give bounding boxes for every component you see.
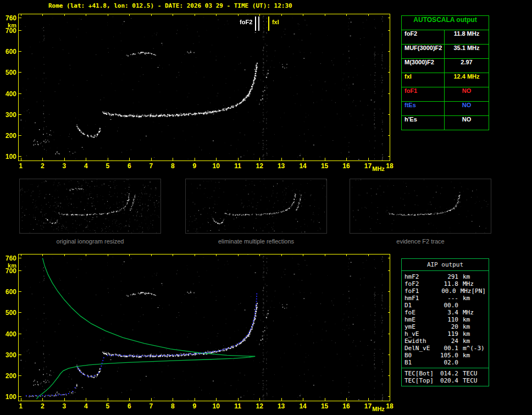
- aip-val: 119: [439, 330, 458, 337]
- autoscala-param-value: 2.97: [445, 59, 489, 73]
- thumbnail-eliminate-reflections: [185, 179, 327, 234]
- autoscala-row-m3000f2: M(3000)F22.97: [402, 58, 489, 73]
- thumbnail-evidence-f2: [350, 179, 491, 234]
- aip-row-hve: h_vE119km: [404, 330, 486, 337]
- autoscala-window: Rome (lat: +41.8, lon: 012.5) - DATE: 20…: [0, 0, 532, 415]
- autoscala-row-fof2: foF211.8 MHz: [402, 30, 489, 44]
- aip-unit: TECU: [458, 377, 478, 384]
- x-axis-tick-label: 8: [167, 162, 179, 170]
- aip-val: 020.4: [439, 377, 458, 384]
- x-axis-tick-label: 1: [15, 402, 27, 410]
- aip-label: ymE: [404, 323, 439, 330]
- y-axis-tick-label: 200: [2, 372, 16, 380]
- aip-row-hmf1: hmF1---km: [404, 295, 486, 302]
- aip-val: 014.2: [439, 370, 458, 377]
- aip-unit: km: [458, 273, 470, 280]
- aip-label: TEC[Bot]: [404, 370, 439, 377]
- autoscala-row-muf3000f2: MUF(3000)F235.1 MHz: [402, 44, 489, 58]
- aip-row-fof2: foF211.8MHz: [404, 280, 486, 287]
- x-axis-tick-label: 14: [297, 402, 309, 410]
- aip-extra: [PN]: [472, 287, 486, 295]
- x-axis-tick-label: 9: [189, 402, 201, 410]
- y-axis-tick-label: 400: [2, 330, 16, 338]
- autoscala-param-label: foF2: [402, 30, 445, 44]
- y-axis-tick-label: 300: [2, 111, 16, 119]
- aip-val: 02.0: [439, 359, 458, 366]
- aip-unit: km: [458, 295, 470, 302]
- y-axis-tick-label: 400: [2, 90, 16, 98]
- thumbnail-caption-original: original ionogram resized: [19, 238, 161, 245]
- autoscala-param-label: foF1: [402, 87, 445, 101]
- autoscala-row-fof1: foF1NO: [402, 87, 489, 101]
- aip-unit: km: [458, 323, 470, 330]
- y-axis-tick-label: 200: [2, 132, 16, 140]
- x-axis-tick-label: 15: [319, 162, 331, 170]
- aip-val: 20: [439, 323, 458, 330]
- y-axis-tick-label: 500: [2, 309, 16, 317]
- aip-unit: [458, 359, 463, 366]
- aip-val: 11.8: [439, 280, 458, 287]
- x-axis-unit-label: MHz: [372, 406, 384, 412]
- aip-val: 24: [439, 337, 458, 345]
- thumbnail-caption-eliminate: eliminate multiple reflections: [185, 238, 327, 245]
- autoscala-param-label: M(3000)F2: [402, 59, 445, 73]
- aip-val: 00.0: [439, 302, 458, 309]
- aip-unit: MHz: [458, 280, 474, 287]
- restored-ionogram-plot: [18, 254, 390, 401]
- aip-val: ---: [439, 295, 458, 302]
- thumbnail-original-ionogram: [19, 179, 161, 234]
- aip-unit: km: [458, 330, 470, 337]
- aip-label: TEC[Top]: [404, 377, 439, 384]
- station-date-title: Rome (lat: +41.8, lon: 012.5) - DATE: 20…: [48, 2, 292, 9]
- aip-row-delnve: DelN_vE00.1m^(-3): [404, 345, 486, 352]
- aip-unit: MHz: [458, 309, 474, 316]
- autoscala-param-value: 11.8 MHz: [445, 30, 489, 44]
- x-axis-tick-label: 11: [232, 402, 244, 410]
- x-axis-tick-label: 9: [189, 162, 201, 170]
- aip-val: 3.4: [439, 309, 458, 316]
- thumbnail-eliminate-canvas: [186, 179, 326, 233]
- y-axis-tick-label: 760: [2, 14, 16, 22]
- thumbnail-caption-evidence: evidence F2 trace: [350, 238, 491, 245]
- x-axis-tick-label: 11: [232, 162, 244, 170]
- x-axis-tick-label: 6: [123, 402, 135, 410]
- aip-row-d1: D100.0: [404, 302, 486, 309]
- y-axis-tick-label: 600: [2, 288, 16, 296]
- x-axis-tick-label: 18: [384, 402, 396, 410]
- marker-label-fof2: foF2: [240, 19, 252, 25]
- x-axis-tick-label: 13: [275, 162, 287, 170]
- aip-unit: km: [458, 337, 470, 345]
- aip-unit: [458, 302, 463, 309]
- x-axis-tick-label: 2: [36, 162, 48, 170]
- aip-row-hmf2: hmF2291km: [404, 273, 486, 280]
- x-axis-tick-label: 8: [167, 402, 179, 410]
- x-axis-tick-label: 7: [145, 402, 157, 410]
- aip-table-rows: hmF2291kmfoF211.8MHzfoF100.0MHz[PN]hmF1-…: [402, 271, 489, 368]
- autoscala-table-title: AUTOSCALA output: [402, 16, 489, 30]
- x-axis-tick-label: 4: [80, 162, 92, 170]
- aip-label: hmF2: [404, 273, 439, 280]
- x-axis-tick-label: 5: [102, 402, 114, 410]
- x-axis-tick-label: 15: [319, 402, 331, 410]
- autoscala-param-value: NO: [445, 87, 489, 101]
- aip-label: foF2: [404, 280, 439, 287]
- aip-row-yme: ymE20km: [404, 323, 486, 330]
- aip-val: 00.0: [437, 287, 456, 295]
- aip-row-tecbot: TEC[Bot]014.2TECU: [404, 370, 486, 377]
- aip-row-fof1: foF100.0MHz[PN]: [404, 287, 486, 295]
- y-axis-tick-label: 500: [2, 69, 16, 76]
- autoscala-param-value: 12.4 MHz: [445, 73, 489, 87]
- autoscala-param-label: ftEs: [402, 102, 445, 115]
- x-axis-tick-label: 3: [58, 402, 70, 410]
- y-axis-tick-label: 100: [2, 393, 16, 401]
- aip-unit: km: [458, 316, 470, 323]
- x-axis-tick-label: 3: [58, 162, 70, 170]
- x-axis-tick-label: 16: [340, 402, 352, 410]
- aip-unit: m^(-3): [458, 345, 485, 352]
- thumbnail-original-canvas: [20, 179, 160, 233]
- x-axis-tick-label: 13: [275, 402, 287, 410]
- y-axis-tick-label: 700: [2, 267, 16, 275]
- aip-row-tectop: TEC[Top]020.4TECU: [404, 377, 486, 384]
- y-axis-tick-label: 300: [2, 351, 16, 359]
- x-axis-tick-label: 18: [384, 162, 396, 170]
